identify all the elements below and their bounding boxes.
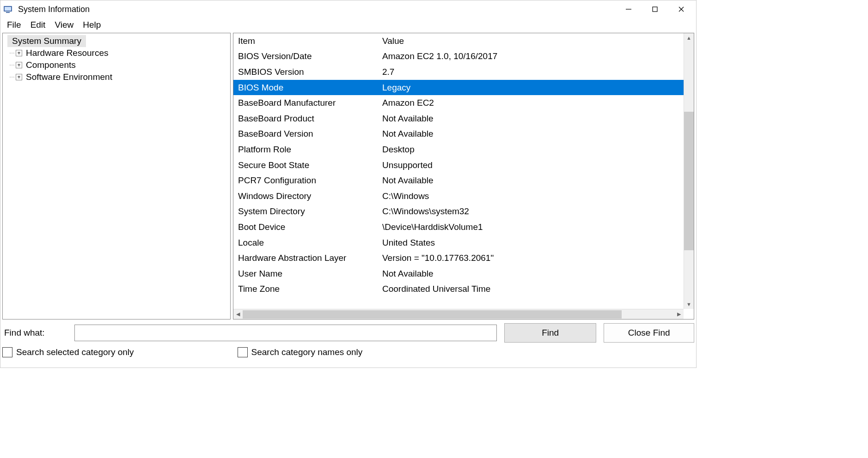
detail-item: Hardware Abstraction Layer bbox=[233, 253, 381, 263]
col-header-value[interactable]: Value bbox=[381, 36, 684, 46]
detail-item: Time Zone bbox=[233, 284, 381, 294]
find-label: Find what: bbox=[2, 328, 71, 338]
window-controls bbox=[615, 0, 694, 18]
minimize-button[interactable] bbox=[615, 0, 642, 18]
detail-value: Legacy bbox=[381, 83, 684, 93]
app-icon bbox=[2, 4, 13, 15]
expand-icon[interactable]: + bbox=[16, 62, 22, 68]
detail-item: BaseBoard Version bbox=[233, 129, 381, 139]
detail-value: Not Available bbox=[381, 114, 684, 124]
detail-row[interactable]: SMBIOS Version2.7 bbox=[233, 64, 684, 80]
expand-icon[interactable]: + bbox=[16, 50, 22, 56]
scroll-up-icon[interactable]: ▲ bbox=[684, 33, 694, 42]
horizontal-scrollbar[interactable]: ◀ ▶ bbox=[233, 309, 684, 319]
check-label: Search category names only bbox=[251, 347, 363, 357]
checkbox-icon bbox=[2, 347, 12, 357]
detail-value: United States bbox=[381, 238, 684, 248]
window-title: System Information bbox=[18, 5, 615, 14]
detail-value: C:\Windows\system32 bbox=[381, 206, 684, 217]
check-selected-category[interactable]: Search selected category only bbox=[2, 347, 134, 357]
detail-item: User Name bbox=[233, 269, 381, 279]
detail-value: Coordinated Universal Time bbox=[381, 284, 684, 294]
detail-value: Unsupported bbox=[381, 160, 684, 170]
detail-row[interactable]: User NameNot Available bbox=[233, 266, 684, 282]
menubar: File Edit View Help bbox=[0, 18, 696, 33]
scroll-thumb[interactable] bbox=[684, 112, 694, 250]
scroll-thumb-h[interactable] bbox=[243, 310, 622, 319]
find-input[interactable] bbox=[74, 325, 497, 341]
detail-row[interactable]: Time ZoneCoordinated Universal Time bbox=[233, 282, 684, 297]
detail-row[interactable]: BIOS Version/DateAmazon EC2 1.0, 10/16/2… bbox=[233, 49, 684, 65]
tree-connector: ⋯ bbox=[9, 74, 15, 80]
detail-value: \Device\HarddiskVolume1 bbox=[381, 222, 684, 232]
check-label: Search selected category only bbox=[16, 347, 134, 357]
detail-value: Not Available bbox=[381, 129, 684, 139]
menu-edit[interactable]: Edit bbox=[26, 19, 50, 31]
menu-help[interactable]: Help bbox=[78, 19, 105, 31]
tree-item-label: Software Environment bbox=[26, 72, 112, 82]
detail-value: Desktop bbox=[381, 145, 684, 155]
detail-row[interactable]: BaseBoard VersionNot Available bbox=[233, 127, 684, 142]
detail-value: Version = "10.0.17763.2061" bbox=[381, 253, 684, 263]
detail-item: BaseBoard Manufacturer bbox=[233, 98, 381, 108]
menu-file[interactable]: File bbox=[2, 19, 26, 31]
detail-value: 2.7 bbox=[381, 67, 684, 77]
tree-root[interactable]: System Summary bbox=[7, 35, 86, 47]
detail-row[interactable]: PCR7 ConfigurationNot Available bbox=[233, 173, 684, 188]
detail-row[interactable]: BaseBoard ManufacturerAmazon EC2 bbox=[233, 95, 684, 111]
checkbox-icon bbox=[238, 347, 248, 357]
detail-item: BIOS Version/Date bbox=[233, 51, 381, 61]
detail-row[interactable]: Windows DirectoryC:\Windows bbox=[233, 188, 684, 204]
detail-row[interactable]: BaseBoard ProductNot Available bbox=[233, 111, 684, 127]
detail-row[interactable]: System DirectoryC:\Windows\system32 bbox=[233, 204, 684, 220]
detail-value: Not Available bbox=[381, 269, 684, 279]
detail-row[interactable]: Secure Boot StateUnsupported bbox=[233, 157, 684, 173]
detail-item: PCR7 Configuration bbox=[233, 175, 381, 186]
detail-item: SMBIOS Version bbox=[233, 67, 381, 77]
check-category-names[interactable]: Search category names only bbox=[238, 347, 363, 357]
detail-item: BaseBoard Product bbox=[233, 114, 381, 124]
find-button[interactable]: Find bbox=[504, 323, 597, 343]
titlebar: System Information bbox=[0, 0, 696, 18]
detail-item: BIOS Mode bbox=[233, 83, 381, 93]
tree-item-label: Hardware Resources bbox=[26, 48, 108, 58]
detail-row[interactable]: LocaleUnited States bbox=[233, 235, 684, 251]
tree-connector: ⋯ bbox=[9, 62, 15, 68]
detail-row[interactable]: BIOS ModeLegacy bbox=[233, 80, 684, 96]
col-header-item[interactable]: Item bbox=[233, 36, 381, 46]
tree-connector: ⋯ bbox=[9, 50, 15, 56]
detail-value: Amazon EC2 1.0, 10/16/2017 bbox=[381, 51, 684, 61]
tree-item-hardware-resources[interactable]: ⋯ + Hardware Resources bbox=[3, 47, 230, 59]
tree-item-components[interactable]: ⋯ + Components bbox=[3, 59, 230, 71]
detail-value: Not Available bbox=[381, 175, 684, 186]
scroll-down-icon[interactable]: ▼ bbox=[684, 300, 694, 309]
tree-item-software-environment[interactable]: ⋯ + Software Environment bbox=[3, 71, 230, 83]
vertical-scrollbar[interactable]: ▲ ▼ bbox=[684, 33, 694, 309]
detail-item: Windows Directory bbox=[233, 191, 381, 201]
maximize-button[interactable] bbox=[642, 0, 668, 18]
detail-row[interactable]: Boot Device\Device\HarddiskVolume1 bbox=[233, 219, 684, 235]
detail-value: C:\Windows bbox=[381, 191, 684, 201]
tree-item-label: Components bbox=[26, 60, 76, 70]
detail-item: Secure Boot State bbox=[233, 160, 381, 170]
svg-rect-1 bbox=[5, 7, 11, 11]
expand-icon[interactable]: + bbox=[16, 74, 22, 80]
scroll-right-icon[interactable]: ▶ bbox=[674, 311, 684, 317]
detail-row[interactable]: Platform RoleDesktop bbox=[233, 142, 684, 157]
detail-value: Amazon EC2 bbox=[381, 98, 684, 108]
detail-item: System Directory bbox=[233, 206, 381, 217]
svg-rect-2 bbox=[6, 12, 10, 13]
detail-row[interactable]: Hardware Abstraction LayerVersion = "10.… bbox=[233, 250, 684, 266]
detail-header[interactable]: Item Value bbox=[233, 33, 684, 49]
find-panel: Find what: Find Close Find Search select… bbox=[0, 319, 696, 359]
scroll-left-icon[interactable]: ◀ bbox=[233, 311, 243, 317]
close-button[interactable] bbox=[668, 0, 694, 18]
detail-item: Locale bbox=[233, 238, 381, 248]
detail-rows[interactable]: Item Value BIOS Version/DateAmazon EC2 1… bbox=[233, 33, 684, 309]
detail-pane: Item Value BIOS Version/DateAmazon EC2 1… bbox=[233, 33, 694, 319]
detail-item: Platform Role bbox=[233, 145, 381, 155]
menu-view[interactable]: View bbox=[50, 19, 78, 31]
close-find-button[interactable]: Close Find bbox=[604, 323, 694, 343]
svg-rect-4 bbox=[653, 7, 657, 12]
tree-pane[interactable]: System Summary ⋯ + Hardware Resources ⋯ … bbox=[2, 33, 231, 319]
